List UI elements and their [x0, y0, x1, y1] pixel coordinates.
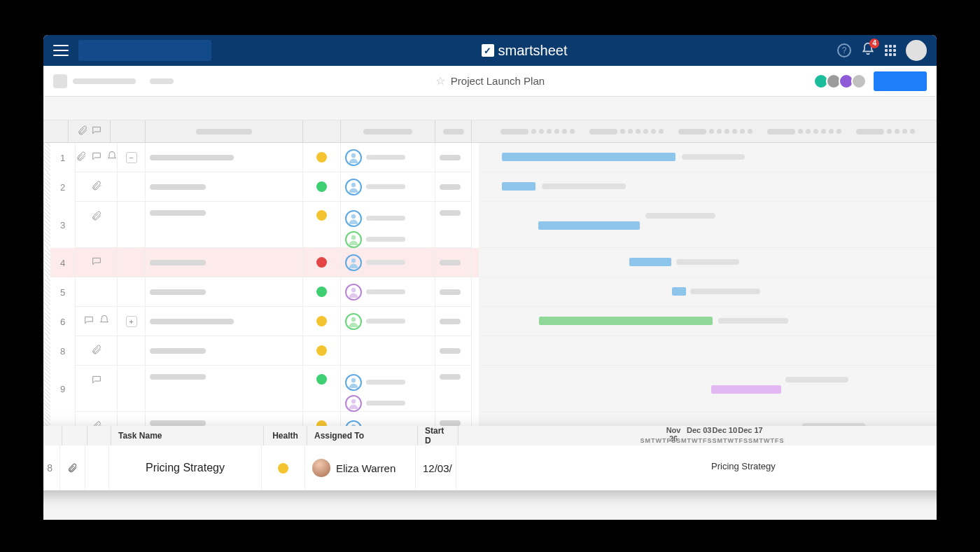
task-cell[interactable]	[146, 366, 303, 412]
assigned-cell[interactable]	[341, 172, 435, 202]
health-cell[interactable]	[303, 277, 341, 307]
svg-point-5	[351, 214, 356, 218]
start-date-cell[interactable]: 12/03/	[416, 446, 456, 490]
assigned-cell[interactable]	[341, 366, 435, 412]
indent-cell	[118, 336, 146, 366]
gantt-bar[interactable]	[538, 221, 640, 230]
health-cell[interactable]	[303, 366, 341, 412]
task-cell[interactable]	[146, 248, 303, 277]
task-cell[interactable]	[146, 307, 303, 336]
health-cell[interactable]	[262, 446, 305, 490]
date-cell[interactable]	[435, 277, 472, 307]
assigned-cell[interactable]	[341, 143, 435, 172]
task-cell[interactable]	[146, 202, 303, 248]
placeholder	[366, 260, 405, 265]
placeholder	[73, 78, 136, 84]
week-label: Dec 10	[713, 426, 738, 437]
gantt-bar[interactable]	[502, 153, 676, 161]
grid-row[interactable]: 3	[43, 202, 479, 248]
health-cell[interactable]	[303, 307, 341, 336]
health-cell[interactable]	[303, 202, 341, 248]
date-cell[interactable]	[435, 202, 472, 248]
avatar	[345, 149, 362, 166]
col-start: Start D	[418, 426, 458, 446]
assigned-cell[interactable]	[341, 248, 435, 277]
expand-icon[interactable]: +	[126, 316, 137, 327]
health-cell[interactable]	[303, 336, 341, 366]
row-handle-icon[interactable]	[43, 336, 50, 366]
attachment-icon[interactable]	[91, 344, 102, 358]
health-cell[interactable]	[303, 172, 341, 202]
grid-row[interactable]: 2	[43, 172, 479, 202]
placeholder-button[interactable]	[53, 74, 67, 88]
task-cell[interactable]	[146, 172, 303, 202]
date-cell[interactable]	[435, 336, 472, 366]
attachment-icon[interactable]	[91, 180, 102, 194]
share-button[interactable]	[874, 71, 927, 91]
assigned-cell[interactable]	[341, 336, 435, 366]
gantt-bar[interactable]	[539, 317, 713, 325]
task-cell[interactable]	[146, 277, 303, 307]
date-cell[interactable]	[435, 248, 472, 277]
col-health: Health	[264, 426, 307, 446]
row-handle-icon[interactable]	[43, 248, 50, 277]
comment-icon[interactable]	[83, 315, 94, 329]
row-icons	[76, 143, 118, 172]
date-cell[interactable]	[435, 172, 472, 202]
grid-row[interactable]: 5	[43, 277, 479, 307]
row-handle-icon[interactable]	[43, 366, 50, 412]
row-handle-icon[interactable]	[43, 277, 50, 307]
comment-icon[interactable]	[91, 151, 102, 165]
health-cell[interactable]	[303, 143, 341, 172]
favorite-icon[interactable]: ☆	[435, 74, 445, 88]
date-cell[interactable]	[435, 143, 472, 172]
health-dot-icon	[316, 316, 327, 326]
gantt-bar[interactable]	[711, 385, 781, 394]
comment-icon	[91, 125, 102, 139]
attachment-icon[interactable]	[76, 151, 87, 165]
help-icon[interactable]: ?	[837, 43, 851, 57]
date-cell[interactable]	[435, 366, 472, 412]
task-name-cell[interactable]: Pricing Strategy	[109, 446, 262, 490]
shared-users[interactable]	[818, 74, 867, 89]
row-handle-icon[interactable]	[43, 307, 50, 336]
shared-user-avatar[interactable]	[851, 74, 867, 89]
grid-row[interactable]: 8	[43, 336, 479, 366]
menu-icon[interactable]	[53, 45, 69, 56]
attachment-icon[interactable]	[91, 210, 102, 224]
reminder-icon[interactable]	[106, 151, 118, 165]
assigned-cell[interactable]	[341, 307, 435, 336]
svg-point-17	[351, 399, 356, 403]
reminder-icon[interactable]	[99, 315, 110, 329]
comment-icon[interactable]	[91, 256, 102, 270]
task-cell[interactable]	[146, 143, 303, 172]
row-handle-icon[interactable]	[43, 202, 50, 248]
date-cell[interactable]	[435, 307, 472, 336]
row-handle-icon[interactable]	[43, 143, 50, 172]
row-handle-icon[interactable]	[43, 172, 50, 202]
gantt-bar[interactable]	[502, 182, 536, 191]
grid-row[interactable]: 6+	[43, 307, 479, 336]
assigned-cell[interactable]	[341, 277, 435, 307]
grid-row[interactable]: 1−	[43, 143, 479, 172]
task-cell[interactable]	[146, 336, 303, 366]
assigned-cell[interactable]	[341, 202, 435, 248]
apps-icon[interactable]	[885, 45, 896, 56]
health-cell[interactable]	[303, 248, 341, 277]
collapse-icon[interactable]: −	[126, 152, 137, 163]
row-icons	[76, 336, 118, 366]
week-label: Dec 03	[687, 426, 713, 437]
grid-row[interactable]: 9	[43, 366, 479, 412]
attachment-icon[interactable]	[60, 446, 85, 490]
day-label: M	[753, 437, 760, 446]
gantt-bar[interactable]	[672, 287, 686, 296]
search-input[interactable]	[78, 40, 211, 61]
grid-row[interactable]: 4	[43, 248, 479, 277]
notifications-icon[interactable]: 4	[861, 42, 875, 59]
comment-icon[interactable]	[91, 374, 102, 388]
row-number: 1	[50, 143, 76, 172]
gantt-bar[interactable]	[629, 258, 671, 266]
assigned-cell[interactable]: Eliza Warren	[305, 446, 416, 490]
user-avatar[interactable]	[906, 40, 927, 61]
row-number: 3	[50, 202, 76, 248]
